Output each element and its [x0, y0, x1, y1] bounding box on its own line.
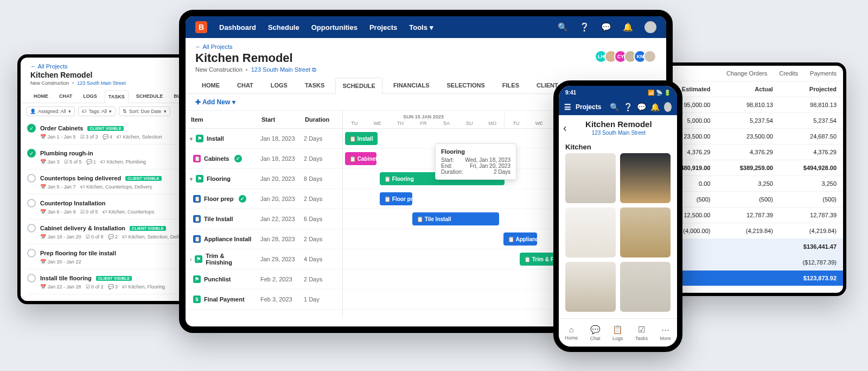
phone-nav-title: Projects [576, 103, 601, 111]
collaborator-avatar[interactable] [643, 50, 656, 63]
col-item: Item [186, 111, 256, 128]
brand-logo[interactable]: B [195, 21, 207, 33]
photo-tile[interactable] [565, 153, 616, 203]
gantt-bar[interactable]: 📋 Trim & Fin... [520, 253, 558, 266]
task-checkbox[interactable] [27, 174, 36, 183]
client-visible-badge: CLIENT VISIBLE [87, 126, 124, 131]
tabbar-chat[interactable]: 💬Chat [590, 325, 601, 341]
tab-tasks[interactable]: TASKS [105, 90, 129, 103]
menu-icon[interactable]: ☰ [564, 103, 571, 111]
nav-projects[interactable]: Projects [369, 23, 397, 32]
tabbar-home[interactable]: ⌂Home [565, 325, 578, 341]
fin-row: 0.003,2503,250 [654, 176, 843, 192]
bell-icon[interactable]: 🔔 [623, 22, 633, 32]
photo-tile[interactable] [620, 153, 671, 203]
financial-table: EstimatedActualProjected 95,000.0098,810… [654, 81, 843, 286]
tab-schedule[interactable]: SCHEDULE [335, 78, 382, 94]
chat-icon[interactable]: 💬 [601, 22, 611, 32]
nav-opportunities[interactable]: Opportunities [311, 23, 358, 32]
tab-home[interactable]: HOME [30, 90, 52, 103]
user-avatar[interactable] [664, 102, 672, 112]
task-item[interactable]: Cabinet delivery & InstallationCLIENT VI… [27, 219, 203, 244]
fin-row: ($12,787.39) [654, 255, 843, 271]
task-title: Prep flooring for tile install [40, 250, 116, 256]
filter-sort[interactable]: ⇅ Sort: Due Date ▾ [119, 106, 170, 116]
fin-tab-credits[interactable]: Credits [779, 70, 798, 77]
task-checkbox[interactable] [27, 199, 36, 207]
photo-tile[interactable] [565, 262, 616, 312]
gantt-row[interactable]: ⚑PunchlistFeb 2, 20232 Days [186, 269, 342, 290]
gantt-bar[interactable]: 📋 Install [345, 132, 378, 145]
tab-schedule[interactable]: SCHEDULE [133, 90, 167, 103]
gantt-bar[interactable]: 📋 Floor prep [380, 192, 412, 205]
bell-icon[interactable]: 🔔 [650, 103, 660, 111]
task-checkbox[interactable] [27, 274, 36, 282]
project-address-link[interactable]: 123 South Main Street [251, 66, 310, 73]
tab-files[interactable]: FILES [496, 78, 526, 93]
photo-tile[interactable] [565, 207, 616, 257]
tab-logs[interactable]: LOGS [264, 78, 294, 93]
tab-chat[interactable]: CHAT [56, 90, 75, 103]
photo-tile[interactable] [620, 207, 671, 257]
gantt-bar[interactable]: 📋 Tile Install [412, 212, 499, 225]
tab-selections[interactable]: SELECTIONS [441, 78, 492, 93]
tab-financials[interactable]: FINANCIALS [387, 78, 436, 93]
task-item[interactable]: Prep flooring for tile install📅 Jan 20 -… [27, 244, 203, 269]
nav-schedule[interactable]: Schedule [268, 23, 299, 32]
task-item[interactable]: ✓Order CabinetsCLIENT VISIBLE📅 Jan 1 - J… [27, 120, 203, 144]
photo-tile[interactable] [620, 262, 671, 312]
task-checkbox[interactable] [27, 224, 36, 232]
task-item[interactable]: ✓Plumbing rough-in📅 Jan 3☑ 5 of 5💬 1🏷 Ki… [27, 144, 203, 169]
gantt-bar[interactable]: 📋 Appliance .. [503, 232, 537, 246]
tabbar-more[interactable]: ⋯More [660, 325, 671, 341]
gantt-tooltip: Flooring Start:Wed, Jan 18, 2023 End:Fri… [435, 143, 516, 180]
fin-row: (4,000.00)(4,219.84)(4,219.84) [654, 223, 843, 239]
gantt-row[interactable]: 📋Tile InstallJan 22, 20236 Days [186, 209, 342, 229]
fin-row: $123,873.92 [654, 271, 843, 286]
tabbar-logs[interactable]: 📋Logs [612, 325, 623, 341]
help-icon[interactable]: ❔ [579, 22, 589, 32]
help-icon[interactable]: ❔ [623, 103, 633, 111]
gantt-row[interactable]: ›⚑Trim & FinishingJan 29, 20234 Days [186, 249, 342, 269]
gantt-row[interactable]: 📋Floor prep✓Jan 20, 20232 Days [186, 189, 342, 209]
filter-assigned[interactable]: 👤 Assigned: All ▾ [26, 106, 75, 116]
fin-row: $136,441.47 [654, 239, 843, 255]
filter-tags[interactable]: 🏷 Tags: All ▾ [78, 106, 116, 116]
tab-logs[interactable]: LOGS [80, 90, 100, 103]
col-duration: Duration [299, 111, 337, 128]
gantt-row[interactable]: ▾⚑FlooringJan 20, 20238 Days [186, 169, 342, 189]
fin-row: $480,919.00$389,259.00$494,928.00 [654, 160, 843, 176]
tab-chat[interactable]: CHAT [231, 78, 260, 93]
nav-dashboard[interactable]: Dashboard [219, 23, 256, 32]
tabbar-tasks[interactable]: ☑Tasks [635, 325, 648, 341]
task-title: Install tile flooring [40, 275, 92, 281]
task-checkbox[interactable] [27, 249, 36, 257]
search-icon[interactable]: 🔍 [610, 103, 619, 111]
fin-tab-payments[interactable]: Payments [810, 70, 837, 77]
gantt-row[interactable]: $Final PaymentFeb 3, 20231 Day [186, 290, 342, 310]
task-item[interactable]: Countertops being deliveredCLIENT VISIBL… [27, 169, 203, 194]
fin-row: 4,376.294,376.294,376.29 [654, 144, 843, 160]
phone-project-address[interactable]: 123 South Main Street [592, 130, 646, 136]
phone-project-title: Kitchen Remodel [560, 120, 677, 129]
nav-tools[interactable]: Tools ▾ [409, 23, 433, 32]
task-checkbox[interactable]: ✓ [27, 124, 36, 133]
chat-icon[interactable]: 💬 [637, 103, 646, 111]
tab-tasks[interactable]: TASKS [298, 78, 331, 93]
search-icon[interactable]: 🔍 [558, 22, 567, 32]
breadcrumb[interactable]: ← All Projects [186, 38, 666, 50]
add-new-button[interactable]: ✚ Add New ▾ [195, 98, 235, 106]
task-item[interactable]: Install tile flooringCLIENT VISIBLE📅 Jan… [27, 269, 203, 294]
project-title: Kitchen Remodel [186, 50, 666, 66]
gantt-row[interactable]: 📋Cabinets✓Jan 18, 20232 Days [186, 149, 342, 169]
task-checkbox[interactable]: ✓ [27, 149, 36, 158]
user-avatar[interactable] [644, 21, 656, 33]
gantt-row[interactable]: ▾⚑InstallJan 18, 20232 Days [186, 129, 342, 149]
tab-home[interactable]: HOME [195, 78, 226, 93]
task-title: Countertop Installation [40, 200, 105, 206]
task-item[interactable]: Countertop Installation📅 Jan 6 - Jan 9☑ … [27, 194, 203, 219]
client-visible-badge: CLIENT VISIBLE [125, 176, 162, 181]
gantt-bar[interactable]: 📋 Cabinets [345, 152, 376, 165]
gantt-row[interactable]: 📋Appliance InstallJan 28, 20232 Days [186, 229, 342, 249]
fin-tab-change-orders[interactable]: Change Orders [726, 70, 767, 77]
